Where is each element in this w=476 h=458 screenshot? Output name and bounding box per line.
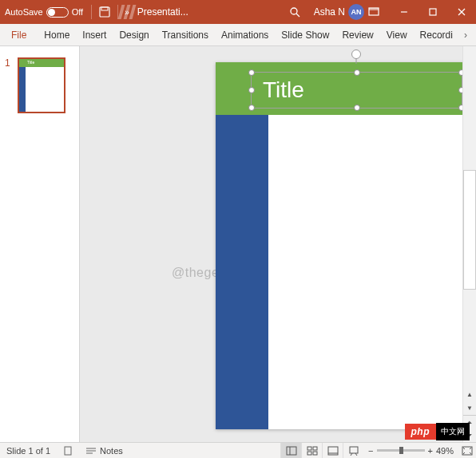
title-placeholder[interactable]: Title: [251, 72, 462, 109]
tab-slide-show[interactable]: Slide Show: [275, 24, 335, 45]
reading-view-button[interactable]: [322, 443, 343, 459]
divider: [91, 5, 92, 19]
zoom-slider-thumb[interactable]: [399, 447, 403, 454]
slide[interactable]: Title: [216, 62, 476, 429]
thumb-title-text: Title: [27, 60, 34, 65]
thumb-header-shape: [19, 59, 64, 67]
title-bar: AutoSave Off » Presentati... Asha N AN: [0, 0, 476, 24]
thumbnail-number: 1: [5, 57, 13, 113]
maximize-icon: [429, 8, 437, 16]
zoom-value[interactable]: 49%: [436, 446, 454, 456]
user-name: Asha N: [314, 6, 345, 18]
tab-insert[interactable]: Insert: [76, 24, 113, 45]
tab-review[interactable]: Review: [335, 24, 379, 45]
autosave-toggle[interactable]: AutoSave Off: [0, 7, 88, 18]
sorter-view-icon: [307, 446, 318, 456]
rotate-stem: [356, 58, 357, 64]
thumbnail-item[interactable]: 1 Title: [0, 57, 79, 113]
notes-button[interactable]: Notes: [79, 446, 129, 456]
title-decor: [120, 5, 134, 19]
window-controls: [390, 0, 476, 24]
fit-icon: [462, 446, 473, 456]
slide-canvas[interactable]: @thegeekpage.com Title ▲ ▼ ⏶: [80, 46, 476, 442]
tab-animations[interactable]: Animations: [215, 24, 275, 45]
resize-handle-sw[interactable]: [248, 105, 255, 111]
normal-view-button[interactable]: [280, 443, 301, 459]
svg-point-2: [291, 8, 297, 14]
site-badge: php 中文网: [405, 423, 470, 440]
tab-home[interactable]: Home: [38, 24, 76, 45]
fit-to-window-button[interactable]: [458, 446, 476, 456]
slideshow-view-button[interactable]: [343, 443, 363, 459]
workspace: 1 Title @thegeekpage.com Title: [0, 46, 476, 442]
ribbon-display-icon: [368, 7, 379, 17]
zoom-slider[interactable]: [377, 449, 425, 452]
autosave-label: AutoSave: [5, 7, 43, 17]
save-button[interactable]: [95, 2, 114, 22]
close-icon: [458, 8, 466, 16]
svg-rect-7: [430, 9, 436, 15]
accessibility-button[interactable]: [57, 446, 79, 456]
title-text[interactable]: Title: [252, 77, 304, 103]
accessibility-icon: [63, 446, 73, 456]
resize-handle-s[interactable]: [354, 105, 360, 111]
svg-rect-5: [369, 8, 379, 10]
scroll-up-icon[interactable]: ▲: [463, 388, 476, 401]
side-rectangle[interactable]: [216, 115, 268, 429]
badge-php: php: [405, 424, 437, 440]
svg-rect-16: [307, 447, 311, 450]
maximize-button[interactable]: [418, 0, 447, 24]
user-account[interactable]: Asha N AN: [314, 4, 364, 20]
svg-rect-22: [350, 447, 358, 453]
svg-rect-19: [313, 452, 317, 455]
svg-rect-14: [287, 447, 296, 455]
svg-line-3: [296, 14, 299, 17]
tab-transitions[interactable]: Transitions: [156, 24, 215, 45]
autosave-state: Off: [72, 7, 83, 17]
notes-icon: [85, 447, 97, 455]
resize-handle-nw[interactable]: [248, 69, 255, 76]
zoom-controls: − + 49%: [363, 446, 458, 456]
minimize-button[interactable]: [390, 0, 418, 24]
thumb-side-shape: [19, 67, 26, 112]
tab-view[interactable]: View: [380, 24, 414, 45]
autosave-switch-icon: [46, 7, 69, 18]
svg-rect-1: [101, 7, 108, 10]
resize-handle-n[interactable]: [354, 69, 360, 76]
tab-design[interactable]: Design: [113, 24, 155, 45]
thumbnail-pane[interactable]: 1 Title: [0, 46, 80, 442]
close-button[interactable]: [447, 0, 476, 24]
reading-view-icon: [327, 446, 339, 456]
svg-rect-17: [313, 447, 317, 450]
vertical-scrollbar[interactable]: ▲ ▼ ⏶ ⏷: [462, 46, 476, 442]
thumbnail-preview[interactable]: Title: [18, 57, 65, 113]
status-right: − + 49%: [280, 443, 476, 459]
save-icon: [99, 6, 110, 18]
sorter-view-button[interactable]: [301, 443, 322, 459]
slideshow-view-icon: [348, 446, 359, 456]
minimize-icon: [400, 8, 408, 16]
svg-rect-18: [307, 452, 311, 455]
ribbon-display-button[interactable]: [364, 2, 383, 22]
ribbon-tabs: File Home Insert Design Transitions Anim…: [0, 24, 476, 46]
search-icon: [289, 6, 300, 18]
slide-counter[interactable]: Slide 1 of 1: [0, 446, 57, 456]
normal-view-icon: [286, 446, 297, 456]
scrollbar-thumb[interactable]: [463, 170, 476, 290]
zoom-in-button[interactable]: +: [428, 446, 433, 456]
resize-handle-w[interactable]: [248, 87, 255, 93]
search-button[interactable]: [285, 2, 304, 22]
ribbon-overflow-icon[interactable]: ›: [459, 24, 472, 45]
tab-recording[interactable]: Recordi: [414, 24, 459, 45]
tab-file[interactable]: File: [0, 24, 38, 45]
zoom-out-button[interactable]: −: [368, 446, 373, 456]
status-bar: Slide 1 of 1 Notes − + 49%: [0, 442, 476, 458]
notes-label: Notes: [100, 446, 123, 456]
badge-cn: 中文网: [436, 423, 470, 440]
document-title: Presentati...: [137, 6, 188, 18]
user-avatar: AN: [348, 4, 364, 20]
scroll-down-icon[interactable]: ▼: [463, 401, 476, 415]
svg-rect-10: [65, 447, 71, 455]
